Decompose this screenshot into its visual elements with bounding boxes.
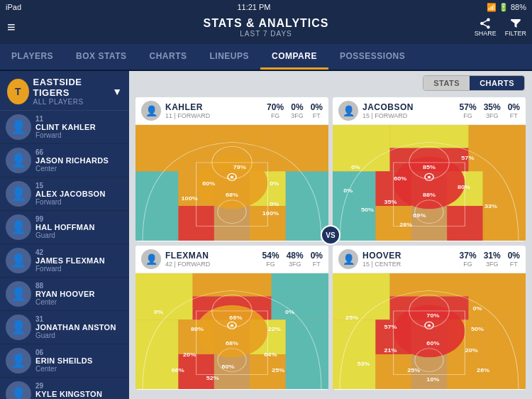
team-logo: T [7,79,29,104]
player-name: JONATHAN ANSTON [35,323,116,332]
chart-header: 👤 KAHLER 11 | FORWARD 70% FG 0% 3FG 0% F… [135,97,328,125]
svg-text:35%: 35% [384,200,398,205]
svg-text:0%: 0% [343,187,353,193]
chart-stats: 54% FG 48% 3FG 0% FT [262,251,323,268]
tab-charts[interactable]: CHARTS [138,44,198,70]
list-item[interactable]: 👤 99 HAL HOFFMAN Guard [0,211,129,244]
player-position: Forward [35,198,106,206]
charts-toggle-btn[interactable]: CHARTS [470,76,524,90]
player-number: 88 [35,282,95,290]
svg-text:57%: 57% [461,155,475,161]
list-item[interactable]: 👤 31 JONATHAN ANSTON Guard [0,311,129,344]
svg-text:64%: 64% [264,352,277,358]
stat-label: FG [460,112,477,119]
share-button[interactable]: SHARE [475,17,497,37]
filter-button[interactable]: FILTER [505,17,526,37]
chart-visual: 25% 0% 57% 70% 50% 21% 60% 20% 53% 25% 2… [333,273,526,389]
player-position: Guard [35,231,95,239]
svg-text:80%: 80% [191,327,204,332]
svg-text:80%: 80% [458,184,471,190]
player-number: 06 [35,349,93,356]
player-number: 11 [35,115,96,123]
list-item[interactable]: 👤 29 KYLE KINGSTON Guard [0,378,129,399]
svg-text:66%: 66% [229,315,243,321]
chart-player-name: JACOBSON [362,102,460,112]
chart-stats: 70% FG 0% 3FG 0% FT [267,102,323,119]
svg-point-19 [428,176,431,178]
svg-text:79%: 79% [233,165,247,170]
list-item[interactable]: 👤 15 ALEX JACOBSON Forward [0,177,129,211]
player-avatar: 👤 [6,248,31,273]
player-avatar: 👤 [6,148,31,173]
chart-card-kahler: 👤 KAHLER 11 | FORWARD 70% FG 0% 3FG 0% F… [135,97,328,241]
stat-label: FT [508,112,520,119]
tab-players[interactable]: PLAYERS [0,44,65,70]
svg-text:60%: 60% [426,341,440,346]
svg-text:28%: 28% [399,222,413,228]
player-position: Forward [35,265,105,273]
tab-lineups[interactable]: LINEUPS [198,44,260,70]
list-item[interactable]: 👤 66 JASON RICHARDS Center [0,144,129,177]
sidebar: T EASTSIDE TIGERS ALL PLAYERS ▼ 👤 11 CLI… [0,71,129,399]
stat-value: 54% [262,251,279,261]
list-item[interactable]: 👤 11 CLINT KAHLER Forward [0,111,129,144]
sidebar-header[interactable]: T EASTSIDE TIGERS ALL PLAYERS ▼ [0,71,129,111]
svg-text:100%: 100% [262,211,279,217]
status-right: 📶 🔋 88% [487,3,526,12]
chart-player-name: HOOVER [362,251,460,261]
chart-player-name: FLEXMAN [165,251,262,261]
chart-visual: 0% 0% 60% 85% 57% 35% 88% 80% 50% 69% 33… [333,125,526,241]
status-time: 11:21 PM [237,3,270,11]
svg-text:100%: 100% [182,196,199,202]
menu-icon[interactable]: ≡ [7,20,16,34]
stat-value: 35% [484,102,501,112]
player-position: Center [35,365,93,373]
svg-text:60%: 60% [394,176,407,182]
list-item[interactable]: 👤 88 RYAN HOOVER Center [0,278,129,311]
list-item[interactable]: 👤 06 ERIN SHEILDS Center [0,344,129,378]
chart-player-detail: 42 | FORWARD [165,261,262,268]
chart-player-detail: 15 | CENTER [362,261,460,268]
app-subtitle: LAST 7 DAYS [0,30,532,38]
stats-toggle-btn[interactable]: STATS [423,76,470,90]
svg-text:0%: 0% [270,181,279,187]
player-number: 31 [35,315,116,323]
tab-compare[interactable]: COMPARE [260,44,328,70]
dropdown-arrow-icon[interactable]: ▼ [112,86,122,97]
stat-value: 37% [460,251,477,261]
player-avatar: 👤 [6,281,31,307]
tab-boxstats[interactable]: BOX STATS [65,44,138,70]
list-item[interactable]: 👤 42 JAMES FLEXMAN Forward [0,244,129,278]
player-name: CLINT KAHLER [35,123,96,131]
svg-text:0%: 0% [351,165,361,170]
svg-text:66%: 66% [172,367,185,373]
svg-text:20%: 20% [183,352,196,358]
svg-point-39 [231,324,233,327]
stat-label: 3FG [484,112,501,119]
status-bar: iPad 11:21 PM 📶 🔋 88% [0,0,532,14]
svg-text:25%: 25% [272,367,285,373]
chart-player-avatar: 👤 [141,249,161,269]
stat-value: 70% [267,102,284,112]
tab-possessions[interactable]: POSSESSIONS [328,44,416,70]
svg-text:68%: 68% [226,341,239,346]
svg-text:26%: 26% [477,367,490,373]
chart-player-detail: 11 | FORWARD [165,112,267,119]
player-avatar: 👤 [6,315,31,340]
status-left: iPad [6,3,21,11]
share-label: SHARE [475,30,497,37]
svg-point-4 [231,176,233,178]
svg-text:85%: 85% [423,165,436,170]
stat-value: 31% [484,251,501,261]
stat-label: 3FG [291,112,304,119]
main-content: T EASTSIDE TIGERS ALL PLAYERS ▼ 👤 11 CLI… [0,71,532,399]
svg-text:33%: 33% [484,204,498,209]
chart-player-avatar: 👤 [141,101,161,121]
stat-value: 0% [291,102,304,112]
stat-label: FT [508,261,520,268]
chart-stats: 57% FG 35% 3FG 0% FT [460,102,520,119]
player-avatar: 👤 [6,348,31,373]
player-position: Center [35,165,109,173]
svg-point-37 [196,305,268,357]
svg-text:53%: 53% [357,361,370,367]
